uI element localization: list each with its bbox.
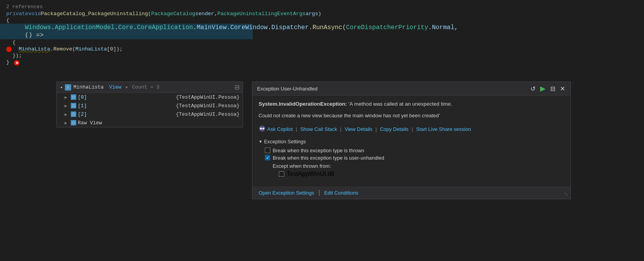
settings-collapse-icon[interactable]: ▼	[259, 139, 262, 144]
copilot-icon	[259, 125, 266, 133]
exception-dialog: Exception User-Unhandled ↺ ▶ ⊟ ✕ System.…	[252, 82, 571, 199]
item-value-1: {TestAppWinUI.Pessoa}	[176, 103, 240, 109]
live-share-link[interactable]: Start Live Share session	[416, 126, 471, 132]
count-label: Count = 3	[132, 84, 159, 90]
checkbox-unhandled-row[interactable]: ✓ Break when this exception type is user…	[259, 154, 564, 162]
show-call-stack-link[interactable]: Show Call Stack	[300, 126, 337, 132]
datatip-item-1[interactable]: ▶ ⬡ [1] {TestAppWinUI.Pessoa}	[57, 101, 243, 110]
paren-open: (	[148, 11, 151, 17]
param1-name: sender	[195, 11, 214, 17]
code-line-brace2: {	[0, 39, 253, 46]
code-line-remove: MinhaLista.Remove(MinhaLista[0]);	[0, 46, 253, 52]
exception-settings-header: ▼ Exception Settings	[259, 139, 564, 144]
param2-name: args	[306, 11, 318, 17]
datatip-header: ◂ i MinhaLista View ▾ Count = 3 ⊟	[57, 82, 243, 93]
paren-close: )	[318, 11, 321, 17]
datatip-item-0[interactable]: ▶ ⬡ [0] {TestAppWinUI.Pessoa}	[57, 93, 243, 101]
exception-play-btn[interactable]: ▶	[539, 84, 546, 93]
var-type-icon: i	[65, 84, 71, 90]
raw-view-label: Raw View	[78, 120, 102, 126]
ask-copilot-link[interactable]: Ask Copilot	[267, 126, 293, 132]
exception-message: Could not create a new view because the …	[259, 112, 564, 120]
dll-label: TestAppWinUI.dll	[287, 171, 334, 177]
exception-type-line: System.InvalidOperationException: 'A met…	[259, 100, 564, 108]
item-icon-1: ⬡	[71, 103, 76, 108]
exception-header: Exception User-Unhandled ↺ ▶ ⊟ ✕	[252, 82, 570, 96]
open-exception-settings-link[interactable]: Open Exception Settings	[259, 190, 314, 196]
method-name: PackageCatalog_PackageUninstalling	[41, 11, 148, 17]
datatip-item-2[interactable]: ▶ ⬡ [2] {TestAppWinUI.Pessoa}	[57, 110, 243, 118]
edit-conditions-link[interactable]: Edit Conditions	[324, 190, 358, 196]
item-index-0: [0]	[78, 94, 87, 100]
datatip-var-name: MinhaLista	[74, 84, 104, 90]
resize-handle[interactable]: ⤡	[564, 191, 568, 197]
breakpoint	[6, 47, 12, 54]
exception-msg-part1: 'A method was called at an unexpected ti…	[348, 101, 452, 107]
svg-point-0	[259, 125, 265, 132]
exception-type: System.InvalidOperationException:	[259, 101, 347, 107]
exception-title: Exception User-Unhandled	[257, 86, 317, 92]
datatip-history-btn[interactable]: ⊟	[234, 84, 240, 91]
exception-toolbar: ↺ ▶ ⊟ ✕	[530, 84, 566, 93]
references-label: 2 references	[0, 3, 253, 10]
item-value-0: {TestAppWinUI.Pessoa}	[176, 94, 240, 100]
view-link[interactable]: View	[109, 84, 121, 90]
exception-links: Ask Copilot | Show Call Stack | View Det…	[259, 125, 564, 133]
except-when-label: Except when thrown from:	[259, 163, 564, 169]
item-icon-0: ⬡	[71, 94, 76, 100]
datatip-popup: ◂ i MinhaLista View ▾ Count = 3 ⊟ ▶ ⬡ [0…	[56, 82, 243, 127]
checkbox-unhandled-label: Break when this exception type is user-u…	[273, 155, 384, 161]
svg-point-2	[262, 127, 264, 129]
error-icon: ✕	[14, 60, 19, 66]
code-editor: 2 references private void PackageCatalog…	[0, 0, 253, 261]
item-index-1: [1]	[78, 103, 87, 109]
collapse-icon[interactable]: ◂	[60, 85, 63, 90]
dll-row[interactable]: TestAppWinUI.dll	[259, 171, 564, 177]
checkbox-thrown[interactable]	[265, 148, 270, 153]
param1-type: PackageCatalog	[151, 11, 195, 17]
checkmark-icon: ✓	[266, 155, 270, 160]
item-value-2: {TestAppWinUI.Pessoa}	[176, 111, 240, 117]
checkbox-thrown-label: Break when this exception type is thrown	[273, 148, 364, 153]
view-details-link[interactable]: View Details	[345, 126, 372, 132]
code-line-close-lambda: });	[0, 52, 253, 59]
param2-type: PackageUninstallingEventArgs	[217, 11, 306, 17]
checkbox-thrown-row[interactable]: Break when this exception type is thrown	[259, 147, 564, 154]
exception-history-btn[interactable]: ↺	[530, 85, 536, 92]
code-line-brace1: {	[0, 17, 253, 24]
expand-icon-1: ▶	[65, 103, 70, 108]
expand-icon-0: ▶	[65, 95, 70, 100]
exception-resize-btn[interactable]: ⊟	[550, 85, 556, 92]
exception-footer: Open Exception Settings | Edit Condition…	[252, 187, 570, 199]
datatip-toolbar: ⊟	[234, 84, 240, 91]
raw-view-icon: ⬡	[71, 120, 76, 125]
svg-point-1	[260, 127, 262, 129]
exception-settings: ▼ Exception Settings Break when this exc…	[259, 139, 564, 177]
item-icon-2: ⬡	[71, 111, 76, 117]
code-line-method: private void PackageCatalog_PackageUnins…	[0, 10, 253, 17]
item-index-2: [2]	[78, 111, 87, 117]
expand-icon-raw: ▶	[65, 120, 70, 125]
code-line-lambda: () =>	[0, 31, 253, 39]
copy-details-link[interactable]: Copy Details	[380, 126, 409, 132]
kw-private: private	[6, 11, 28, 17]
code-line-close-method: } ✕	[0, 59, 253, 66]
exception-body: System.InvalidOperationException: 'A met…	[252, 96, 570, 187]
settings-header-label: Exception Settings	[264, 139, 306, 144]
checkbox-dll[interactable]	[279, 171, 284, 177]
checkbox-unhandled[interactable]: ✓	[265, 155, 270, 160]
exception-close-btn[interactable]: ✕	[559, 85, 566, 92]
code-line-runasync: Windows.ApplicationModel.Core.CoreApplic…	[0, 24, 253, 31]
comma: ,	[214, 11, 217, 17]
datatip-raw-view[interactable]: ▶ ⬡ Raw View	[57, 118, 243, 127]
kw-void: void	[28, 11, 41, 17]
expand-icon-2: ▶	[65, 112, 70, 117]
